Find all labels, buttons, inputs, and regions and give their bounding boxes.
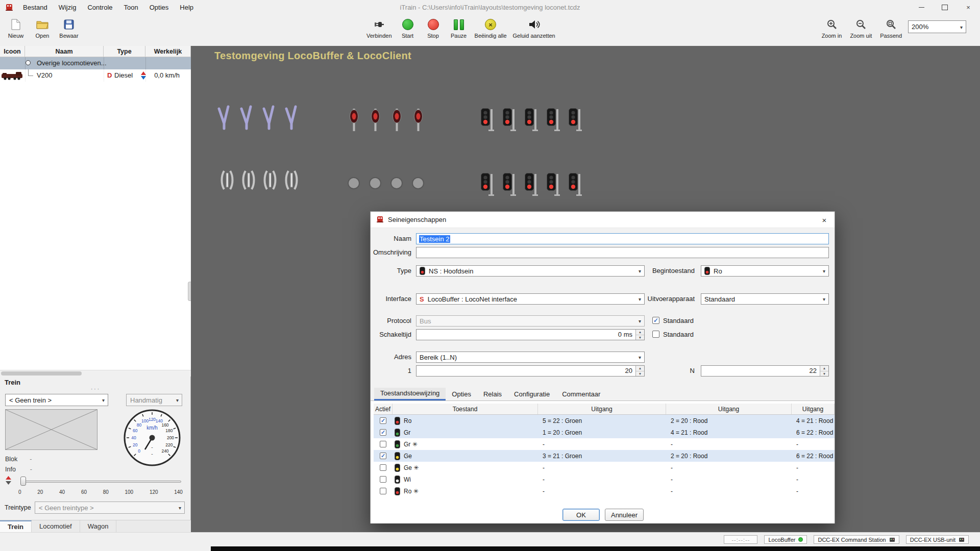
dccex-command-station-status[interactable]: DCC-EX Command Station — [814, 535, 899, 544]
semaphore-signal-icon[interactable] — [239, 105, 252, 134]
direction-icon[interactable] — [141, 71, 146, 80]
menu-help[interactable]: Help — [174, 0, 199, 15]
adres1-spinner[interactable]: 20 ▲▼ — [416, 365, 645, 377]
spinner-up-icon[interactable]: ▲ — [636, 366, 644, 371]
state-active-checkbox[interactable] — [380, 476, 386, 483]
state-active-checkbox[interactable] — [380, 464, 386, 471]
naam-input[interactable]: Testsein 2 — [416, 233, 829, 244]
new-button[interactable]: Nieuw — [4, 17, 28, 39]
state-row-1[interactable]: ✓Gr1 = 20 : Groen4 = 21 : Rood6 = 22 : R… — [374, 427, 835, 438]
menu-bestand[interactable]: Bestand — [17, 0, 53, 15]
column-header-type[interactable]: Type — [104, 46, 145, 57]
bracket-signal-icon[interactable] — [219, 169, 235, 191]
spinner-down-icon[interactable]: ▼ — [636, 371, 644, 377]
open-button[interactable]: Open — [31, 17, 54, 39]
locobuffer-status[interactable]: LocoBuffer — [764, 535, 807, 544]
schakeltijd-spinner[interactable]: 0 ms ▲▼ — [416, 329, 645, 340]
scrollbar-thumb[interactable] — [1, 371, 82, 375]
dialog-titlebar[interactable]: Seineigenschappen × — [371, 212, 835, 228]
disc-signal-icon[interactable] — [347, 177, 360, 190]
splitter-dots[interactable]: ··· — [0, 387, 191, 391]
protocol-standaard-checkbox[interactable]: ✓ — [652, 317, 659, 324]
state-active-checkbox[interactable] — [380, 441, 386, 447]
column-header-naam[interactable]: Naam — [25, 46, 104, 57]
speed-slider[interactable] — [21, 481, 181, 483]
spinner-buttons[interactable]: ▲▼ — [820, 366, 828, 376]
save-button[interactable]: Bewaar — [57, 17, 81, 39]
state-row-2[interactable]: Gr ✳--- — [374, 438, 835, 450]
horizontal-scrollbar[interactable] — [0, 370, 191, 377]
column-header-actief-0[interactable]: Actief — [374, 404, 393, 414]
state-row-4[interactable]: Ge ✳--- — [374, 462, 835, 473]
column-header-uitgang-2[interactable]: Uitgang — [538, 404, 666, 414]
uitvoerapparaat-select[interactable]: Standaard ▾ — [701, 293, 829, 305]
state-row-6[interactable]: Ro ✳--- — [374, 485, 835, 497]
zoom-in-button[interactable]: Zoom in — [820, 17, 844, 39]
light-signal-signal-icon[interactable] — [547, 108, 560, 132]
column-header-uitgang-4[interactable]: Uitgang — [792, 404, 835, 414]
state-row-5[interactable]: Wi--- — [374, 473, 835, 485]
mode-select[interactable]: Handmatig ▾ — [126, 394, 182, 406]
spinner-down-icon[interactable]: ▼ — [636, 335, 644, 340]
speed-slider-thumb[interactable] — [20, 477, 26, 486]
tab-wagon[interactable]: Wagon — [80, 520, 117, 532]
menu-opties[interactable]: Opties — [144, 0, 175, 15]
dialog-tab-configuratie[interactable]: Configuratie — [508, 388, 556, 400]
state-active-checkbox[interactable]: ✓ — [380, 453, 386, 459]
light-signal-signal-icon[interactable] — [569, 108, 582, 132]
dialog-tab-toestandstoewijzing[interactable]: Toestandstoewijzing — [374, 388, 446, 400]
semaphore-signal-icon[interactable] — [284, 105, 297, 134]
tab-trein[interactable]: Trein — [0, 520, 32, 532]
state-row-0[interactable]: ✓Ro5 = 22 : Groen2 = 20 : Rood4 = 21 : R… — [374, 415, 835, 427]
state-active-checkbox[interactable]: ✓ — [380, 429, 386, 436]
loc-row-v200[interactable]: V200 D Diesel 0,0 km/h — [0, 69, 191, 82]
protocol-select[interactable]: Bus ▾ — [416, 315, 645, 327]
column-header-icoon[interactable]: Icoon — [0, 46, 25, 57]
disc-signal-icon[interactable] — [369, 177, 382, 190]
semaphore-signal-icon[interactable] — [262, 105, 275, 134]
red-lens-signal-icon[interactable] — [414, 108, 423, 132]
light-signal-signal-icon[interactable] — [481, 173, 494, 197]
pause-button[interactable]: Pauze — [447, 17, 471, 39]
red-lens-signal-icon[interactable] — [371, 108, 380, 132]
state-row-3[interactable]: ✓Ge3 = 21 : Groen2 = 20 : Rood6 = 22 : R… — [374, 450, 835, 462]
dialog-close-icon[interactable]: × — [814, 212, 835, 228]
maximize-button[interactable] — [933, 0, 957, 15]
dccex-usb-unit-status[interactable]: DCC-EX USB-unit — [906, 535, 969, 544]
close-button[interactable]: × — [957, 0, 980, 15]
disc-signal-icon[interactable] — [390, 177, 403, 190]
spinner-buttons[interactable]: ▲▼ — [635, 330, 644, 340]
tree-node-icon[interactable] — [26, 60, 31, 65]
schakeltijd-standaard-checkbox[interactable] — [652, 331, 659, 338]
menu-wijzig[interactable]: Wijzig — [53, 0, 82, 15]
type-select[interactable]: NS : Hoofdsein ▾ — [416, 265, 645, 277]
semaphore-signal-icon[interactable] — [217, 105, 230, 134]
light-signal-signal-icon[interactable] — [503, 108, 516, 132]
end-all-button[interactable]: × Beëindig alle — [473, 17, 509, 39]
sound-button[interactable]: Geluid aanzetten — [511, 17, 557, 39]
zoom-level-select[interactable]: 200% ▾ — [908, 20, 966, 33]
speed-direction-icon[interactable] — [6, 476, 11, 485]
train-select[interactable]: < Geen trein > ▾ — [5, 394, 108, 406]
red-lens-signal-icon[interactable] — [350, 108, 358, 132]
light-signal-signal-icon[interactable] — [525, 173, 538, 197]
column-header-uitgang-3[interactable]: Uitgang — [666, 404, 792, 414]
adresN-spinner[interactable]: 22 ▲▼ — [701, 365, 829, 377]
light-signal-signal-icon[interactable] — [569, 173, 582, 197]
column-header-werkelijk[interactable]: Werkelijk — [145, 46, 191, 57]
light-signal-signal-icon[interactable] — [481, 108, 494, 132]
dialog-tab-relais[interactable]: Relais — [477, 388, 508, 400]
light-signal-signal-icon[interactable] — [503, 173, 516, 197]
dialog-tab-commentaar[interactable]: Commentaar — [556, 388, 606, 400]
dialog-tab-opties[interactable]: Opties — [446, 388, 477, 400]
minimize-button[interactable] — [910, 0, 933, 15]
stop-button[interactable]: Stop — [422, 17, 445, 39]
bracket-signal-icon[interactable] — [262, 169, 278, 191]
interface-select[interactable]: S LocoBuffer : LocoNet interface ▾ — [416, 293, 645, 305]
annuleer-button[interactable]: Annuleer — [605, 509, 644, 521]
light-signal-signal-icon[interactable] — [547, 173, 560, 197]
tab-locomotief[interactable]: Locomotief — [32, 520, 80, 532]
spinner-down-icon[interactable]: ▼ — [820, 371, 828, 377]
ok-button[interactable]: OK — [562, 509, 600, 521]
connect-button[interactable]: Verbinden — [364, 17, 394, 39]
